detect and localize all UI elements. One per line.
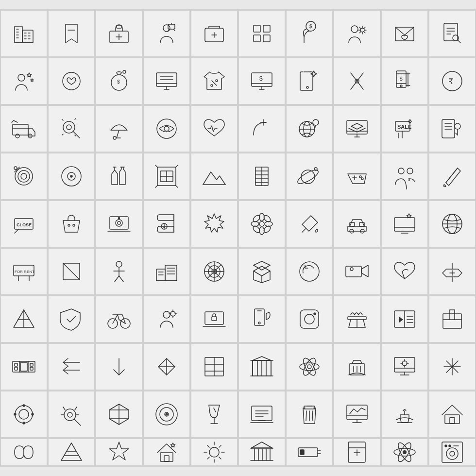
icon-dollar-plant[interactable]: $	[287, 11, 332, 56]
icon-infinity-loop[interactable]	[1, 439, 47, 465]
icon-globe-outline[interactable]	[429, 201, 475, 247]
icon-book-video[interactable]	[382, 296, 427, 342]
icon-dollar-phone[interactable]: $	[382, 58, 427, 104]
icon-mountains[interactable]	[191, 153, 237, 199]
icon-paint-brush[interactable]	[429, 153, 475, 199]
icon-key-tag[interactable]	[429, 106, 475, 152]
icon-heart-pulse[interactable]	[191, 106, 237, 152]
icon-shelves[interactable]	[191, 344, 237, 390]
icon-flower[interactable]	[239, 201, 285, 247]
icon-globe-bulb[interactable]	[287, 106, 332, 152]
icon-heart-leaf[interactable]	[382, 249, 427, 294]
icon-arrow-down[interactable]	[96, 344, 142, 390]
icon-planet-brush[interactable]	[287, 153, 332, 199]
icon-instagram[interactable]	[287, 296, 332, 342]
icon-shopping-bag[interactable]	[49, 201, 94, 247]
icon-museum-columns[interactable]	[239, 439, 285, 465]
icon-scroll-hazard[interactable]	[144, 201, 189, 247]
icon-phone-sparkle[interactable]	[287, 58, 332, 104]
icon-sale-sign[interactable]: SALE	[382, 106, 427, 152]
icon-vinyl[interactable]	[144, 391, 189, 437]
icon-star[interactable]	[96, 439, 142, 465]
icon-toolbox[interactable]	[96, 11, 142, 56]
icon-wine-glass[interactable]	[191, 391, 237, 437]
icon-bottles[interactable]	[96, 153, 142, 199]
icon-building-column[interactable]	[239, 344, 285, 390]
icon-shield-check[interactable]	[49, 296, 94, 342]
icon-bracelet[interactable]	[1, 391, 47, 437]
icon-people-dollar[interactable]: $	[382, 153, 427, 199]
icon-document-search[interactable]	[429, 11, 475, 56]
icon-target[interactable]	[1, 153, 47, 199]
icon-curve-plus[interactable]	[239, 106, 285, 152]
icon-disc[interactable]	[49, 153, 94, 199]
icon-package-box[interactable]	[429, 296, 475, 342]
icon-for-rent-sign[interactable]: FOR RENT	[1, 249, 47, 294]
icon-atom[interactable]	[382, 439, 427, 465]
icon-sun[interactable]	[191, 439, 237, 465]
icon-bug-search[interactable]	[49, 391, 94, 437]
icon-open-box[interactable]	[239, 249, 285, 294]
icon-building-tall[interactable]	[239, 153, 285, 199]
icon-eye-circle[interactable]	[144, 106, 189, 152]
icon-umbrella-beach[interactable]	[96, 106, 142, 152]
icon-buildings-construction[interactable]	[144, 249, 189, 294]
icon-candle-bowl[interactable]	[382, 391, 427, 437]
icon-pyramid2[interactable]	[49, 439, 94, 465]
icon-shirt-percent[interactable]	[191, 58, 237, 104]
icon-atom-idea[interactable]	[287, 344, 332, 390]
icon-pyramid[interactable]	[1, 296, 47, 342]
icon-hockey-sticks[interactable]	[334, 58, 380, 104]
icon-cube-3d[interactable]	[96, 391, 142, 437]
icon-envelope-heart[interactable]	[382, 11, 427, 56]
icon-laptop-lock[interactable]	[191, 296, 237, 342]
icon-layout[interactable]	[239, 11, 285, 56]
icon-layers-monitor[interactable]	[334, 106, 380, 152]
icon-gear-person[interactable]	[334, 11, 380, 56]
icon-game-controller[interactable]	[334, 153, 380, 199]
icon-arrows-cross[interactable]	[144, 344, 189, 390]
icon-close-sign[interactable]: CLOSE	[1, 201, 47, 247]
icon-bookmark[interactable]	[49, 11, 94, 56]
icon-human-tech[interactable]	[144, 11, 189, 56]
icon-film-strip[interactable]	[1, 344, 47, 390]
icon-trash-bin[interactable]	[287, 391, 332, 437]
icon-circle-heart[interactable]	[49, 58, 94, 104]
icon-gear-search[interactable]	[49, 106, 94, 152]
icon-tv-sparkle[interactable]	[382, 201, 427, 247]
icon-bible[interactable]	[334, 439, 380, 465]
icon-pen-drop[interactable]	[287, 201, 332, 247]
icon-phone-navigation[interactable]	[239, 296, 285, 342]
icon-house-sparkle[interactable]	[144, 439, 189, 465]
icon-washing-machine[interactable]	[429, 439, 475, 465]
icon-monitor-settings[interactable]	[382, 344, 427, 390]
icon-house[interactable]	[429, 391, 475, 437]
icon-asterisk[interactable]	[429, 344, 475, 390]
icon-bicycle[interactable]	[96, 296, 142, 342]
icon-monitor-chart[interactable]	[334, 391, 380, 437]
icon-grill-food[interactable]	[334, 296, 380, 342]
icon-recycle-trash[interactable]	[334, 344, 380, 390]
icon-first-aid[interactable]	[191, 11, 237, 56]
icon-person-standing[interactable]	[96, 249, 142, 294]
icon-blueprint[interactable]	[144, 153, 189, 199]
icon-monitor-list[interactable]	[144, 58, 189, 104]
icon-delivery-truck[interactable]	[1, 106, 47, 152]
icon-monitor-dollar[interactable]: $	[239, 58, 285, 104]
icon-camera-video[interactable]	[334, 249, 380, 294]
icon-person-stars[interactable]	[1, 58, 47, 104]
icon-spider-web[interactable]	[191, 249, 237, 294]
icon-laptop-camera[interactable]	[96, 201, 142, 247]
icon-refresh-circle[interactable]	[287, 249, 332, 294]
icon-arrows-left[interactable]	[49, 344, 94, 390]
icon-car-front[interactable]	[334, 201, 380, 247]
icon-battery-low[interactable]	[287, 439, 332, 465]
icon-diagonal-square[interactable]	[49, 249, 94, 294]
icon-explosion[interactable]	[191, 201, 237, 247]
icon-money-bag[interactable]: $	[96, 58, 142, 104]
icon-gear-person2[interactable]	[144, 296, 189, 342]
icon-road-sign[interactable]	[429, 249, 475, 294]
icon-rupee-circle[interactable]: ₹	[429, 58, 475, 104]
icon-monitor-display[interactable]	[239, 391, 285, 437]
icon-buildings[interactable]	[1, 11, 47, 56]
